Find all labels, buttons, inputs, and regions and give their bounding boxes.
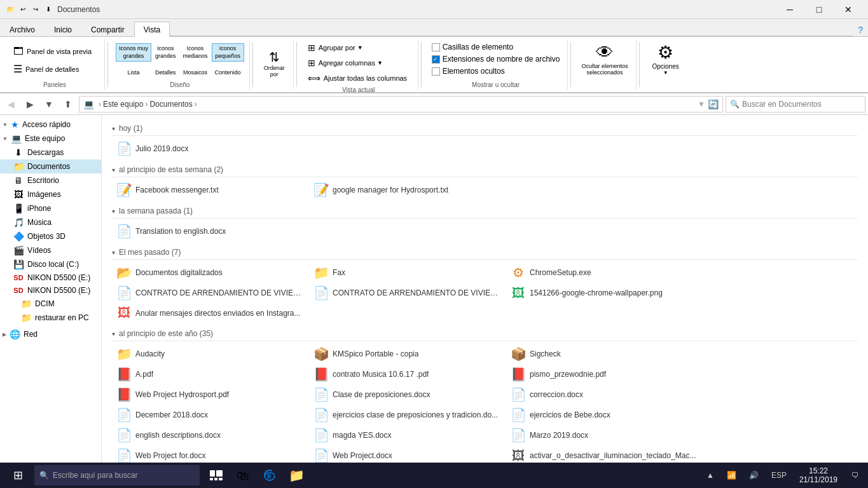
mosaicos-btn[interactable]: Mosaicos (180, 67, 211, 78)
minimize-button[interactable]: ─ (775, 0, 804, 19)
sidebar-item-musica[interactable]: 🎵 Música (0, 215, 101, 229)
ocultar-elementos-btn[interactable]: 👁 Ocultar elementosseleccionados (579, 39, 630, 78)
panel-detalles-btn[interactable]: ☰ Panel de detalles (10, 61, 99, 77)
file-translation[interactable]: 📄 Translation to english.docx (112, 221, 309, 241)
search-box[interactable]: 🔍 (726, 96, 865, 112)
up-button[interactable]: ⬆ (60, 96, 76, 112)
file-ejercicios-preposiciones[interactable]: 📄 ejercicios clase de preposiciones y tr… (309, 405, 506, 425)
recent-locations-button[interactable]: ▼ (41, 96, 57, 112)
tab-compartir[interactable]: Compartir (81, 22, 134, 36)
agrupar-por-btn[interactable]: ⊞ Agrupar por ▼ (305, 41, 413, 55)
iconos-grandes-btn[interactable]: Iconosgrandes (152, 43, 179, 62)
tab-inicio[interactable]: Inicio (45, 22, 81, 36)
edge-button[interactable]: e (257, 463, 282, 488)
file-julio2019[interactable]: 📄 Julio 2019.docx (112, 139, 309, 159)
redo-icon[interactable]: ↪ (31, 4, 41, 15)
ajustar-columnas-btn[interactable]: ⟺ Ajustar todas las columnas (305, 71, 413, 85)
task-view-button[interactable] (203, 463, 229, 488)
forward-button[interactable]: ▶ (22, 96, 38, 112)
system-tray[interactable]: ▲ (701, 463, 719, 488)
sidebar-item-disco-c[interactable]: 💾 Disco local (C:) (0, 257, 101, 271)
taskbar-search[interactable]: 🔍 Escribe aquí para buscar (34, 465, 200, 485)
file-december[interactable]: 📄 December 2018.docx (112, 405, 309, 425)
contenido-btn[interactable]: Contenido (212, 67, 244, 78)
sidebar-item-este-equipo[interactable]: ▼ 💻 Este equipo (0, 132, 101, 146)
network-tray[interactable]: 📶 (722, 463, 741, 488)
elementos-ocultos-checkbox[interactable] (432, 67, 440, 76)
sidebar-item-nikon-e-1[interactable]: SD NIKON D5500 (E:) (0, 271, 101, 284)
tab-vista[interactable]: Vista (134, 22, 170, 37)
file-facebook[interactable]: 📝 Facebook messenger.txt (112, 180, 309, 200)
dropdown-arrow-icon[interactable]: ▼ (698, 100, 705, 109)
lang-tray[interactable]: ESP (766, 463, 792, 488)
properties-icon[interactable]: ⬇ (43, 4, 53, 15)
file-web-project-pdf[interactable]: 📕 Web Project Hydrosport.pdf (112, 384, 309, 405)
path-segment-equipo[interactable]: Este equipo (103, 100, 143, 109)
sidebar-item-objetos3d[interactable]: 🔷 Objetos 3D (0, 229, 101, 243)
extensiones-check[interactable]: ✓ Extensiones de nombre de archivo (429, 54, 563, 64)
sidebar-item-restaurar[interactable]: 📁 restaurar en PC (0, 311, 101, 325)
file-kmspico[interactable]: 📦 KMSpico Portable - copia (309, 344, 506, 364)
volume-tray[interactable]: 🔊 (744, 463, 764, 488)
file-a-pdf[interactable]: 📕 A.pdf (112, 364, 309, 384)
file-contrato1[interactable]: 📄 CONTRATO DE ARRENDAMIENTO DE VIVIENDA.… (112, 283, 309, 303)
casillas-check[interactable]: Casillas de elemento (429, 42, 516, 52)
file-contrato-musica[interactable]: 📕 contrato Musica 10.6.17 .pdf (309, 364, 506, 384)
ribbon-help-button[interactable]: ? (853, 22, 868, 36)
group-semana-pasada[interactable]: ▾ la semana pasada (1) (112, 203, 858, 219)
file-sigcheck[interactable]: 📦 Sigcheck (506, 344, 703, 364)
sidebar-item-videos[interactable]: 🎬 Vídeos (0, 243, 101, 257)
file-ejercicios-bebe[interactable]: 📄 ejercicios de Bebe.docx (506, 405, 703, 425)
file-activar-teclado[interactable]: 🖼 activar_o_desactivar_iluminacion_tecla… (506, 445, 703, 463)
refresh-icon[interactable]: 🔄 (708, 99, 719, 109)
file-chromesetup[interactable]: ⚙ ChromeSetup.exe (506, 262, 703, 283)
notification-button[interactable]: 🗨 (845, 463, 865, 488)
back-button[interactable]: ◀ (3, 96, 19, 112)
file-explorer-taskbar-button[interactable]: 📁 (284, 463, 309, 488)
iconos-muy-grandes-btn[interactable]: Iconos muygrandes (116, 43, 151, 62)
file-magda[interactable]: 📄 magda YES.docx (309, 425, 506, 445)
sidebar-item-nikon-e-2[interactable]: SD NIKON D5500 (E:) (0, 284, 101, 297)
sidebar-item-dcim[interactable]: 📁 DCIM (0, 297, 101, 311)
store-button[interactable]: 🛍 (230, 463, 256, 488)
file-audacity[interactable]: 📁 Audacity (112, 344, 309, 364)
search-input[interactable] (742, 100, 861, 109)
taskbar-clock[interactable]: 15:22 21/11/2019 (794, 463, 843, 488)
agregar-columnas-btn[interactable]: ⊞ Agregar columnas ▼ (305, 56, 413, 70)
file-anular-mensajes[interactable]: 🖼 Anular mensajes directos enviados en I… (112, 303, 309, 323)
sidebar-item-iphone[interactable]: 📱 iPhone (0, 201, 101, 215)
casillas-checkbox[interactable] (432, 43, 440, 51)
ordenar-por-btn[interactable]: ⇅ Ordenarpor (261, 46, 288, 81)
sidebar-item-documentos[interactable]: 📁 Documentos (0, 159, 101, 173)
tab-archivo[interactable]: Archivo (0, 22, 45, 36)
file-english[interactable]: 📄 english descriptions.docx (112, 425, 309, 445)
panel-vista-previa-btn[interactable]: 🗔 Panel de vista previa (10, 44, 99, 59)
opciones-btn[interactable]: ⚙ Opciones ▼ (647, 39, 684, 78)
close-button[interactable]: ✕ (834, 0, 863, 19)
file-web-project-for[interactable]: 📄 Web Project for.docx (112, 445, 309, 463)
file-pismo[interactable]: 📕 pismo_przewodnie.pdf (506, 364, 703, 384)
iconos-medianos-btn[interactable]: Iconosmedianos (180, 43, 211, 62)
file-correccion[interactable]: 📄 correccion.docx (506, 384, 703, 405)
file-documentos-digitalizados[interactable]: 📂 Documentos digitalizados (112, 262, 309, 283)
sidebar-item-imagenes[interactable]: 🖼 Imágenes (0, 187, 101, 201)
sidebar-item-red[interactable]: ▶ 🌐 Red (0, 327, 101, 341)
group-semana[interactable]: ▾ al principio de esta semana (2) (112, 161, 858, 177)
file-clase-preposiciones[interactable]: 📄 Clase de preposiciones.docx (309, 384, 506, 405)
file-wallpaper-png[interactable]: 🖼 1541266-google-chrome-wallpaper.png (506, 283, 703, 303)
path-segment-documentos[interactable]: Documentos (149, 100, 192, 109)
sidebar-item-acceso-rapido[interactable]: ▼ ★ Acceso rápido (0, 118, 101, 132)
sidebar-item-descargas[interactable]: ⬇ Descargas (0, 146, 101, 159)
start-button[interactable]: ⊞ (3, 463, 33, 488)
file-fax[interactable]: 📁 Fax (309, 262, 506, 283)
group-mes-pasado[interactable]: ▾ El mes pasado (7) (112, 244, 858, 260)
file-marzo[interactable]: 📄 Marzo 2019.docx (506, 425, 703, 445)
undo-icon[interactable]: ↩ (18, 4, 28, 15)
elementos-ocultos-check[interactable]: Elementos ocultos (429, 66, 507, 76)
extensiones-checkbox[interactable]: ✓ (432, 55, 440, 64)
maximize-button[interactable]: □ (804, 0, 834, 19)
group-hoy[interactable]: ▾ hoy (1) (112, 120, 858, 136)
file-web-project[interactable]: 📄 Web Project.docx (309, 445, 506, 463)
file-google-manager[interactable]: 📝 google manager for Hydrosport.txt (309, 180, 506, 200)
address-path[interactable]: 💻 › Este equipo › Documentos › ▼ 🔄 (79, 96, 723, 112)
